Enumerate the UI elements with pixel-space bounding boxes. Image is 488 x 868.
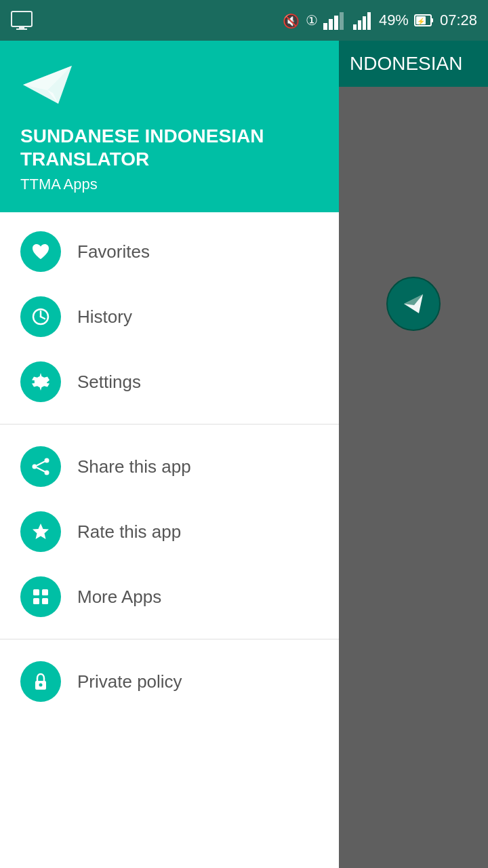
- rate-label: Rate this app: [77, 521, 181, 542]
- translate-fab[interactable]: [386, 277, 441, 331]
- menu-section-social: Share this app Rate this app: [0, 427, 339, 636]
- main-content-peek: NDONESIAN: [339, 41, 488, 868]
- main-header-peek: NDONESIAN: [339, 41, 488, 87]
- menu-section-main: Favorites History: [0, 212, 339, 421]
- svg-rect-8: [353, 24, 357, 30]
- menu-item-more-apps[interactable]: More Apps: [0, 564, 339, 629]
- favorites-icon-circle: [20, 231, 61, 272]
- svg-rect-29: [33, 589, 39, 595]
- divider-2: [0, 639, 339, 639]
- svg-rect-4: [323, 23, 327, 30]
- svg-rect-0: [12, 12, 32, 26]
- more-apps-icon-circle: [20, 576, 61, 617]
- battery-percent: 49%: [379, 12, 409, 29]
- privacy-label: Private policy: [77, 671, 182, 692]
- mute-icon: 🔇: [281, 11, 300, 30]
- svg-rect-32: [42, 598, 48, 604]
- svg-rect-7: [340, 12, 344, 30]
- svg-point-34: [39, 684, 43, 687]
- more-apps-label: More Apps: [77, 587, 161, 608]
- favorites-label: Favorites: [77, 241, 150, 262]
- svg-rect-10: [363, 16, 366, 30]
- menu-section-legal: Private policy: [0, 642, 339, 721]
- menu-item-share[interactable]: Share this app: [0, 434, 339, 499]
- svg-rect-1: [19, 26, 24, 28]
- menu-item-privacy[interactable]: Private policy: [0, 649, 339, 714]
- svg-text:⚡: ⚡: [417, 17, 426, 26]
- svg-line-21: [41, 317, 45, 319]
- menu-item-rate[interactable]: Rate this app: [0, 499, 339, 564]
- share-label: Share this app: [77, 456, 191, 477]
- drawer-scrim: [339, 87, 488, 868]
- svg-rect-6: [334, 16, 338, 30]
- svg-point-23: [45, 458, 49, 463]
- app-logo: [20, 61, 319, 111]
- status-bar: 🔇 ① 49% ⚡ 07:28: [0, 0, 488, 41]
- svg-rect-5: [329, 19, 333, 30]
- app-developer: TTMA Apps: [20, 176, 319, 193]
- signal-icon: [323, 11, 348, 30]
- settings-label: Settings: [77, 372, 141, 393]
- svg-rect-2: [16, 28, 27, 30]
- history-label: History: [77, 307, 132, 328]
- svg-rect-11: [367, 12, 371, 30]
- svg-rect-13: [431, 18, 433, 22]
- svg-point-25: [45, 471, 49, 475]
- svg-text:🔇: 🔇: [283, 13, 300, 29]
- svg-rect-31: [33, 598, 39, 604]
- history-icon-circle: [20, 296, 61, 337]
- menu-item-history[interactable]: History: [0, 284, 339, 349]
- drawer-menu: Favorites History: [0, 212, 339, 868]
- svg-rect-30: [42, 589, 48, 595]
- svg-line-26: [37, 462, 45, 466]
- svg-marker-28: [33, 524, 49, 539]
- svg-point-24: [33, 465, 37, 469]
- svg-rect-9: [358, 20, 361, 30]
- drawer-header: SUNDANESE INDONESIAN TRANSLATOR TTMA App…: [0, 41, 339, 212]
- sim-icon: ①: [306, 12, 318, 28]
- cell-icon: [353, 11, 373, 30]
- time-display: 07:28: [440, 12, 477, 29]
- menu-item-favorites[interactable]: Favorites: [0, 219, 339, 284]
- main-body: [339, 87, 488, 868]
- app-title: SUNDANESE INDONESIAN TRANSLATOR: [20, 125, 319, 170]
- main-header-text: NDONESIAN: [350, 53, 462, 75]
- privacy-icon-circle: [20, 661, 61, 702]
- settings-icon-circle: [20, 361, 61, 402]
- rate-icon-circle: [20, 511, 61, 552]
- divider-1: [0, 424, 339, 425]
- battery-icon: ⚡: [414, 13, 434, 28]
- svg-line-27: [37, 468, 45, 472]
- menu-item-settings[interactable]: Settings: [0, 349, 339, 414]
- share-icon-circle: [20, 446, 61, 487]
- navigation-drawer: SUNDANESE INDONESIAN TRANSLATOR TTMA App…: [0, 41, 339, 868]
